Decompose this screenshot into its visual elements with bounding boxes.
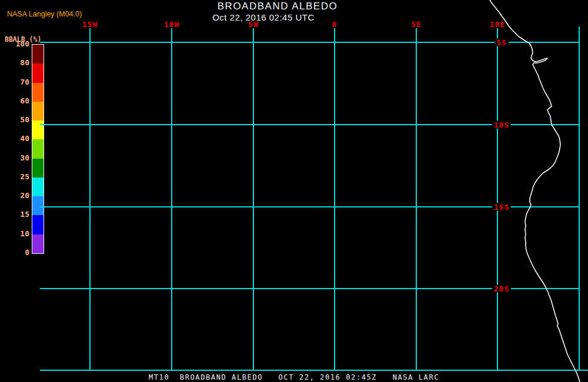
colorbar-tick-label-100: 100 [0, 40, 29, 48]
colorbar-segment-80-100 [32, 45, 44, 63]
colorbar-tick-label-10: 10 [0, 230, 29, 238]
satellite-image-viewer: NASA Langley (M04.0) BROADBAND ALBEDO Oc… [0, 0, 588, 382]
colorbar-segment-0-10 [32, 234, 44, 253]
colorbar-tick-label-50: 50 [0, 116, 29, 124]
colorbar-segment-70-80 [32, 63, 44, 82]
page-title: BROADBAND ALBEDO [0, 1, 555, 12]
latitude-label-15S: 15S [492, 203, 511, 211]
gridline-meridian-5E [416, 28, 417, 370]
colorbar-tick-label-30: 30 [0, 154, 29, 162]
colorbar-tick-label-0: 0 [0, 249, 29, 257]
gridline-meridian-5W [253, 28, 254, 370]
map-bottom-border [40, 370, 588, 371]
colorbar-tick-label-80: 80 [0, 59, 29, 67]
colorbar-tick-label-60: 60 [0, 97, 29, 105]
latitude-label-10S: 10S [492, 121, 511, 129]
gridline-meridian-0 [334, 28, 335, 370]
colorbar-segment-50-60 [32, 102, 44, 120]
latitude-label-5S: 5S [495, 39, 509, 46]
colorbar [32, 44, 44, 254]
colorbar-segment-60-70 [32, 83, 44, 102]
coastline-map [0, 0, 588, 382]
longitude-label-5W: 5W [248, 21, 259, 28]
colorbar-segment-40-50 [32, 120, 44, 139]
colorbar-tick-label-40: 40 [0, 135, 29, 143]
colorbar-segment-10-15 [32, 215, 44, 234]
colorbar-segment-20-25 [32, 177, 44, 196]
longitude-label-5E: 5E [411, 21, 422, 28]
longitude-label-10E: 10E [490, 21, 505, 28]
status-bar-text: MT10 BROADBAND ALBEDO OCT 22, 2016 02:45… [0, 373, 588, 381]
gridline-meridian-10E [497, 28, 498, 370]
timestamp-subtitle: Oct 22, 2016 02:45 UTC [0, 12, 527, 22]
latitude-label-20S: 20S [492, 285, 511, 293]
coastline-path [490, 0, 580, 382]
longitude-label-15W: 15W [82, 21, 98, 28]
map-right-border [579, 26, 580, 370]
colorbar-tick-label-25: 25 [0, 173, 29, 181]
colorbar-tick-label-15: 15 [0, 210, 29, 219]
colorbar-segment-25-30 [32, 159, 44, 177]
gridline-meridian-10W [171, 28, 172, 370]
gridline-meridian-15W [89, 28, 91, 370]
colorbar-segment-30-40 [32, 139, 44, 158]
colorbar-tick-label-70: 70 [0, 78, 29, 86]
colorbar-tick-label-20: 20 [0, 192, 29, 200]
longitude-label-10W: 10W [164, 21, 179, 28]
longitude-label-0: 0 [332, 21, 338, 28]
